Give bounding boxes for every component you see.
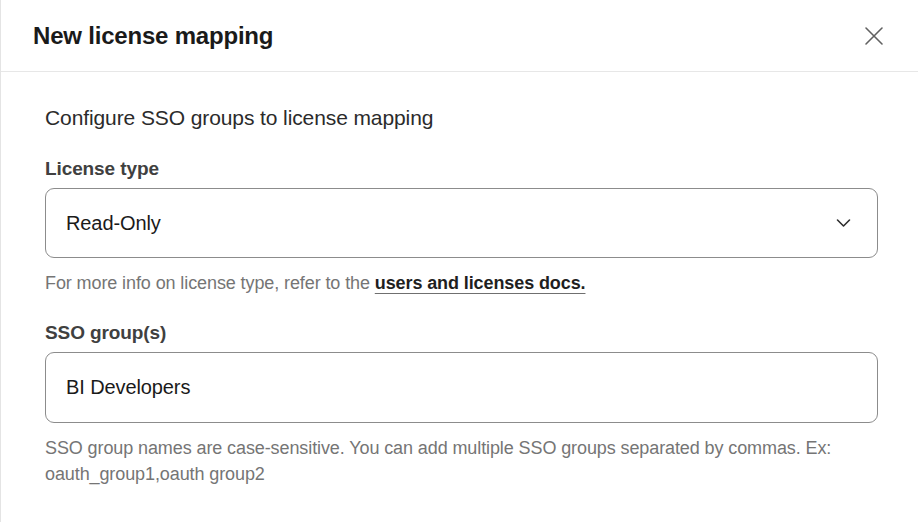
close-icon xyxy=(862,24,886,48)
modal-body: Configure SSO groups to license mapping … xyxy=(1,72,918,487)
new-license-mapping-modal: New license mapping Configure SSO groups… xyxy=(0,0,918,522)
users-and-licenses-docs-link[interactable]: users and licenses docs. xyxy=(375,273,586,293)
modal-title: New license mapping xyxy=(33,22,273,50)
chevron-down-icon xyxy=(836,218,851,228)
close-button[interactable] xyxy=(858,20,890,52)
sso-groups-input[interactable] xyxy=(45,352,878,423)
license-type-selected-value: Read-Only xyxy=(66,212,161,235)
sso-groups-field: SSO group(s) SSO group names are case-se… xyxy=(45,322,877,487)
license-type-select[interactable]: Read-Only xyxy=(45,188,878,258)
sso-groups-helper: SSO group names are case-sensitive. You … xyxy=(45,435,835,487)
license-type-helper-text: For more info on license type, refer to … xyxy=(45,273,375,293)
section-heading: Configure SSO groups to license mapping xyxy=(45,106,877,130)
modal-header: New license mapping xyxy=(1,0,918,72)
license-type-field: License type Read-Only For more info on … xyxy=(45,158,877,296)
license-type-helper: For more info on license type, refer to … xyxy=(45,270,877,296)
sso-groups-label: SSO group(s) xyxy=(45,322,877,344)
license-type-label: License type xyxy=(45,158,877,180)
